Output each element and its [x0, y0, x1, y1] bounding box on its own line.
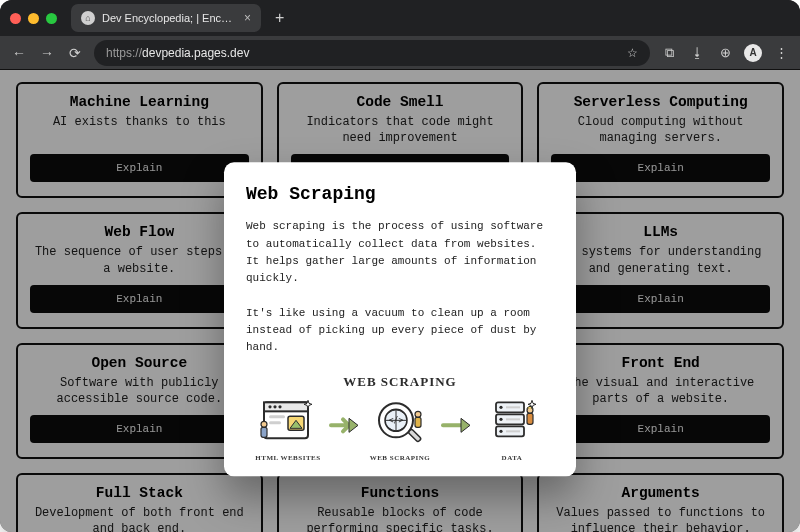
svg-marker-11 [349, 419, 358, 433]
svg-text:</>: </> [389, 416, 404, 425]
svg-point-22 [499, 406, 502, 409]
kebab-menu-icon[interactable]: ⋮ [772, 45, 790, 60]
close-window-button[interactable] [10, 13, 21, 24]
illustration-title: WEB SCRAPING [343, 374, 457, 390]
forward-button[interactable]: → [38, 45, 56, 61]
favicon-icon: ⌂ [81, 11, 95, 25]
svg-point-26 [499, 430, 502, 433]
install-icon[interactable]: ⭳ [688, 45, 706, 60]
reload-button[interactable]: ⟳ [66, 45, 84, 61]
window-controls [10, 13, 57, 24]
arrow-right-icon [441, 416, 471, 441]
browser-window: ⌂ Dev Encyclopedia; | Encyclop × + ← → ⟳… [0, 0, 800, 532]
svg-marker-18 [461, 419, 470, 433]
illus-caption: WEB SCRAPING [370, 454, 431, 462]
bookmark-icon[interactable]: ☆ [627, 46, 638, 60]
svg-rect-5 [269, 415, 285, 418]
profile-avatar[interactable]: A [744, 44, 762, 62]
definition-modal: Web Scraping Web scraping is the process… [224, 163, 576, 476]
illus-html-websites: HTML WEBSITES [251, 394, 325, 462]
modal-paragraph-2: It's like using a vacuum to clean up a r… [246, 305, 554, 356]
maximize-window-button[interactable] [46, 13, 57, 24]
svg-point-9 [261, 421, 267, 427]
svg-rect-10 [261, 427, 267, 437]
browser-window-icon [258, 394, 318, 450]
svg-point-24 [499, 418, 502, 421]
illus-caption: HTML WEBSITES [255, 454, 320, 462]
svg-point-2 [268, 405, 271, 408]
extensions-icon[interactable]: ⧉ [660, 45, 678, 61]
svg-point-16 [415, 411, 421, 417]
page-viewport: Machine Learning AI exists thanks to thi… [0, 70, 800, 532]
url-protocol: https:// [106, 46, 142, 60]
svg-point-3 [273, 405, 276, 408]
illus-data: DATA [475, 394, 549, 462]
illus-caption: DATA [502, 454, 523, 462]
downloads-icon[interactable]: ⊕ [716, 45, 734, 60]
address-bar: ← → ⟳ https://devpedia.pages.dev ☆ ⧉ ⭳ ⊕… [0, 36, 800, 70]
browser-tab[interactable]: ⌂ Dev Encyclopedia; | Encyclop × [71, 4, 261, 32]
svg-point-4 [278, 405, 281, 408]
svg-rect-6 [269, 421, 281, 424]
modal-paragraph-1: Web scraping is the process of using sof… [246, 219, 554, 287]
url-field[interactable]: https://devpedia.pages.dev ☆ [94, 40, 650, 66]
url-host: devpedia.pages.dev [142, 46, 249, 60]
new-tab-button[interactable]: + [269, 9, 290, 27]
svg-rect-29 [527, 413, 533, 424]
svg-rect-25 [506, 418, 520, 420]
titlebar: ⌂ Dev Encyclopedia; | Encyclop × + [0, 0, 800, 36]
arrow-right-icon [329, 416, 359, 441]
minimize-window-button[interactable] [28, 13, 39, 24]
modal-title: Web Scraping [246, 185, 554, 205]
tab-title: Dev Encyclopedia; | Encyclop [102, 12, 237, 24]
server-stack-icon [482, 394, 542, 450]
svg-rect-27 [506, 430, 520, 432]
svg-rect-15 [408, 429, 421, 442]
back-button[interactable]: ← [10, 45, 28, 61]
svg-rect-23 [506, 406, 520, 408]
magnifier-globe-icon: </> [370, 394, 430, 450]
modal-illustration: WEB SCRAPING [246, 374, 554, 462]
close-tab-icon[interactable]: × [244, 11, 251, 25]
illustration-row: HTML WEBSITES </> [246, 394, 554, 462]
illus-web-scraping: </> WEB SCRAPING [363, 394, 437, 462]
svg-rect-17 [415, 417, 421, 427]
